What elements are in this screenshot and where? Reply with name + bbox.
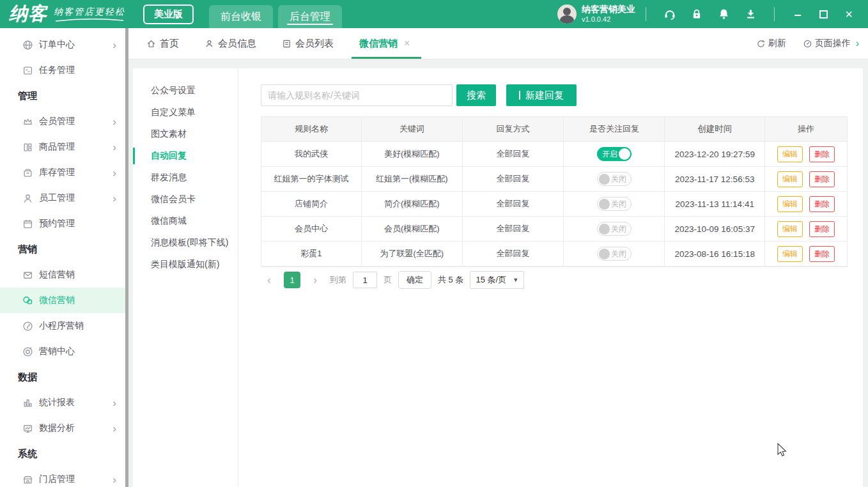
- edition-badge[interactable]: 美业版: [143, 4, 194, 24]
- delete-button[interactable]: 删除: [809, 246, 835, 262]
- sidebar-item-label: 门店管理: [39, 474, 75, 485]
- page-size-select[interactable]: 15 条/页 ▼: [470, 271, 524, 289]
- subnav-item-wechat-member-card[interactable]: 微信会员卡: [133, 189, 238, 210]
- follow-reply-toggle[interactable]: 关闭: [597, 197, 632, 211]
- chevron-right-icon: ›: [112, 398, 116, 408]
- sidebar-item-appointment-management[interactable]: 预约管理: [0, 211, 125, 236]
- scrollbar-thumb[interactable]: [125, 28, 128, 487]
- next-page-button[interactable]: ›: [307, 272, 323, 288]
- download-icon[interactable]: [744, 8, 757, 20]
- subnav-item-auto-reply[interactable]: 自动回复: [133, 145, 238, 167]
- total-count-label: 共 5 条: [438, 274, 463, 286]
- sidebar-scrollbar[interactable]: [125, 28, 128, 487]
- close-button[interactable]: ×: [836, 3, 862, 25]
- page-actions-label: 页面操作: [815, 38, 851, 49]
- follow-reply-toggle[interactable]: 关闭: [597, 247, 632, 261]
- nav-tab-front-cashier[interactable]: 前台收银: [209, 5, 273, 28]
- subnav-item-wechat-mall[interactable]: 微信商城: [133, 210, 238, 232]
- page-actions-icon: [803, 39, 812, 49]
- subnav-item-category-template-notice[interactable]: 类目模版通知(新): [133, 254, 238, 275]
- tab-member-info[interactable]: 会员信息: [205, 28, 256, 59]
- page-actions-button[interactable]: 页面操作: [803, 38, 851, 49]
- subnav-item-custom-menu[interactable]: 自定义菜单: [133, 102, 238, 123]
- sidebar-item-goods-management[interactable]: 商品管理 ›: [0, 134, 125, 160]
- subnav-item-media-material[interactable]: 图文素材: [133, 123, 238, 145]
- chevron-right-icon[interactable]: ›: [856, 38, 859, 49]
- sidebar-item-statistics-reports[interactable]: 统计报表 ›: [0, 390, 125, 415]
- pagination: ‹ 1 › 到第 页 确定 共 5 条 15 条/页 ▼: [261, 271, 848, 289]
- close-icon[interactable]: ×: [404, 38, 410, 49]
- page-number-button[interactable]: 1: [284, 272, 300, 288]
- nav-tab-backend[interactable]: 后台管理: [278, 5, 342, 28]
- prev-page-button[interactable]: ‹: [261, 272, 277, 288]
- refresh-button[interactable]: 刷新: [756, 38, 786, 49]
- edit-button[interactable]: 编辑: [777, 246, 803, 262]
- tab-member-list[interactable]: 会员列表: [282, 28, 334, 59]
- header-right: 纳客营销美业 v1.0.0.42 – ×: [557, 0, 868, 28]
- sidebar-item-sms-marketing[interactable]: 短信营销: [0, 262, 125, 288]
- rule-name-cell: 红姐第一的字体测试: [261, 167, 362, 191]
- sidebar-item-data-analysis[interactable]: 数据分析 ›: [0, 415, 125, 441]
- sidebar-item-label: 预约管理: [39, 218, 75, 229]
- avatar[interactable]: [557, 4, 577, 24]
- follow-reply-toggle[interactable]: 关闭: [597, 172, 632, 186]
- toggle-knob: [599, 249, 610, 259]
- sidebar-item-inventory-management[interactable]: 库存管理 ›: [0, 160, 125, 185]
- goto-prefix-label: 到第: [330, 274, 346, 286]
- sidebar-item-wechat-marketing[interactable]: 微信营销: [0, 288, 125, 313]
- bell-icon[interactable]: [717, 8, 730, 20]
- edit-button[interactable]: 编辑: [777, 221, 803, 237]
- subnav-item-message-template[interactable]: 消息模板(即将下线): [133, 232, 238, 254]
- calendar-icon: [22, 218, 33, 229]
- tab-label: 会员列表: [295, 38, 334, 50]
- window-controls: – ×: [785, 3, 862, 25]
- delete-button[interactable]: 删除: [809, 221, 835, 237]
- page-size-value: 15 条/页: [476, 274, 506, 286]
- goto-page-input[interactable]: [353, 272, 377, 288]
- edit-button[interactable]: 编辑: [777, 171, 803, 187]
- reply-mode-cell: 全部回复: [463, 217, 564, 241]
- tabbar-actions: 刷新 页面操作 ›: [756, 38, 868, 49]
- toggle-knob: [599, 224, 610, 235]
- confirm-page-button[interactable]: 确定: [398, 271, 431, 289]
- sidebar-item-miniprogram-marketing[interactable]: 小程序营销: [0, 313, 125, 339]
- person-icon: [22, 192, 33, 204]
- tab-home[interactable]: 首页: [146, 28, 179, 59]
- column-header: 关键词: [362, 117, 463, 141]
- subnav-item-official-account[interactable]: 公众号设置: [133, 80, 238, 102]
- follow-reply-toggle[interactable]: 开启: [597, 147, 632, 161]
- chevron-right-icon: ›: [112, 167, 116, 178]
- search-input[interactable]: [261, 84, 453, 106]
- delete-button[interactable]: 删除: [809, 171, 835, 187]
- lock-icon[interactable]: [690, 8, 703, 20]
- edit-button[interactable]: 编辑: [777, 146, 803, 162]
- sidebar-item-order-center[interactable]: 订单中心 ›: [0, 32, 125, 58]
- list-icon: [282, 39, 291, 49]
- search-button[interactable]: 搜索: [456, 84, 496, 106]
- created-at-cell: 2023-10-09 16:05:37: [665, 217, 765, 241]
- maximize-button[interactable]: [810, 3, 836, 25]
- sidebar-item-marketing-center[interactable]: 营销中心: [0, 339, 125, 364]
- toggle-label: 关闭: [611, 199, 626, 210]
- rule-name-cell: 我的武侠: [261, 142, 362, 166]
- follow-reply-cell: 关闭: [564, 167, 665, 191]
- follow-reply-toggle[interactable]: 关闭: [597, 222, 632, 236]
- sidebar-item-staff-management[interactable]: 员工管理 ›: [0, 185, 125, 211]
- customer-service-icon[interactable]: [663, 8, 676, 20]
- tab-label: 微信营销: [359, 38, 398, 50]
- tab-wechat-marketing[interactable]: 微信营销 ×: [359, 28, 410, 59]
- chevron-right-icon: ›: [112, 474, 116, 485]
- subnav-item-mass-message[interactable]: 群发消息: [133, 167, 238, 189]
- sidebar-item-store-management[interactable]: 门店管理 ›: [0, 467, 125, 487]
- table-row: 彩蛋1 为了联盟(全匹配) 全部回复 关闭 2023-08-16 16:15:1…: [261, 242, 847, 267]
- delete-button[interactable]: 删除: [809, 146, 835, 162]
- sidebar-item-label: 任务管理: [39, 65, 75, 76]
- minimize-button[interactable]: –: [785, 3, 810, 25]
- sidebar-section-marketing: 营销: [0, 236, 125, 262]
- new-reply-button[interactable]: 新建回复: [506, 84, 577, 106]
- table-row: 我的武侠 美好(模糊匹配) 全部回复 开启 2023-12-20 19:27:5…: [261, 142, 847, 167]
- delete-button[interactable]: 删除: [809, 196, 835, 212]
- sidebar-item-member-management[interactable]: 会员管理 ›: [0, 109, 125, 134]
- edit-button[interactable]: 编辑: [777, 196, 803, 212]
- sidebar-item-task-management[interactable]: 任务管理: [0, 58, 125, 83]
